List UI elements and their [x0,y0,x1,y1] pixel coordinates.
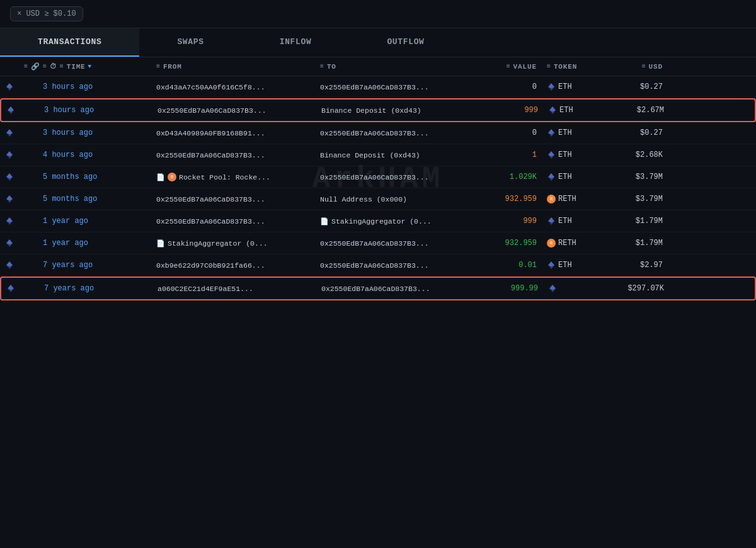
row-usd: $1.79M [605,239,668,248]
clock-icon: ⏱ [50,62,57,71]
row-to[interactable]: 0x2550EdB7aA06CaD837B3... [315,129,479,137]
row-token: ETH [542,217,605,225]
ethereum-icon [5,83,14,91]
reth-icon: R [547,239,556,248]
row-to[interactable]: Null Address (0x000) [315,195,479,203]
row-from[interactable]: 0xd43aA7c50AA0f616C5f8... [151,83,315,91]
from-address: 0x2550EdB7aA06CaD837B3... [156,195,265,203]
row-token: RRETH [542,239,605,248]
ethereum-icon [5,151,14,159]
eth-token-icon [548,284,557,293]
token-label: ETH [558,173,572,181]
col-to: ≡ TO [315,63,479,71]
row-value: 999 [480,106,543,115]
to-address: 0x2550EdB7aA06CaD837B3... [321,285,430,293]
eth-token-icon [547,173,556,181]
col-to-label: TO [327,63,336,71]
to-address: Binance Deposit (0xd43) [321,106,421,115]
row-to[interactable]: 0x2550EdB7aA06CaD837B3... [315,173,479,181]
tab-outflow[interactable]: OUTFLOW [349,28,462,57]
table-row[interactable]: 3 hours ago 0xd43aA7c50AA0f616C5f8... 0x… [0,76,756,98]
table-row[interactable]: 4 hours ago 0x2550EdB7aA06CaD837B3... Bi… [0,144,756,166]
table-row[interactable]: 7 years ago 0xb9e622d97C0bB921fa66... 0x… [0,254,756,277]
filter-icon-time2[interactable]: ≡ [60,63,64,70]
filter-icon-value[interactable]: ≡ [507,63,511,70]
col-link: ≡ 🔗 [19,62,38,71]
to-address: 0x2550EdB7aA06CaD837B3... [320,239,429,248]
table-row[interactable]: 7 years ago a060C2EC21d4EF9aE51... 0x255… [0,277,756,300]
from-address: a060C2EC21d4EF9aE51... [158,285,253,293]
row-value: 999.99 [480,284,543,293]
row-time: 4 hours ago [38,151,151,159]
row-from[interactable]: 📄RRocket Pool: Rocke... [151,173,315,181]
col-value-label: VALUE [513,63,537,71]
row-to[interactable]: 0x2550EdB7aA06CaD837B3... [315,83,479,91]
table-row[interactable]: 3 hours ago 0x2550EdB7aA06CaD837B3... Bi… [0,98,756,122]
to-address: 0x2550EdB7aA06CaD837B3... [320,173,429,181]
col-value: ≡ VALUE [479,63,542,71]
eth-token-icon [547,83,556,91]
from-address: 0x2550EdB7aA06CaD837B3... [156,217,265,225]
filter-icon-token[interactable]: ≡ [547,63,551,70]
row-token: ETH [542,128,605,137]
row-from[interactable]: 0x2550EdB7aA06CaD837B3... [152,106,316,115]
filter-tag[interactable]: × USD ≥ $0.10 [10,6,83,21]
col-token: ≡ TOKEN [542,63,605,71]
filter-bar: × USD ≥ $0.10 [0,0,756,28]
row-to[interactable]: Binance Deposit (0xd43) [316,106,480,115]
row-usd: $2.97 [605,261,668,270]
row-from[interactable]: 0x2550EdB7aA06CaD837B3... [151,195,315,203]
tab-inflow[interactable]: INFLOW [242,28,350,57]
row-time: 3 hours ago [38,128,151,137]
table-row[interactable]: 5 months ago 📄RRocket Pool: Rocke... 0x2… [0,166,756,188]
filter-icon-time[interactable]: ≡ [43,63,47,70]
row-from[interactable]: 📄StakingAggregator (0... [151,239,315,248]
ethereum-icon [5,128,14,137]
filter-label: × USD ≥ $0.10 [17,9,76,18]
eth-token-icon [548,106,557,115]
token-label: RETH [558,195,576,203]
filter-icon-from[interactable]: ≡ [156,63,161,70]
col-time: ≡ ⏱ ≡ TIME ▼ [38,62,151,71]
to-address: Binance Deposit (0xd43) [320,151,420,159]
ethereum-icon [6,106,15,115]
row-token: ETH [543,106,606,115]
row-from[interactable]: a060C2EC21d4EF9aE51... [152,285,316,293]
row-to[interactable]: 0x2550EdB7aA06CaD837B3... [315,239,479,248]
filter-icon-usd[interactable]: ≡ [642,63,646,70]
ethereum-icon [5,173,14,181]
row-token: RRETH [542,195,605,203]
row-from[interactable]: 0x2550EdB7aA06CaD837B3... [151,151,315,159]
row-time: 1 year ago [38,239,151,248]
to-address: 0x2550EdB7aA06CaD837B3... [320,129,429,137]
row-from[interactable]: 0xb9e622d97C0bB921fa66... [151,261,315,270]
filter-icon[interactable]: ≡ [24,63,28,70]
doc-icon-to: 📄 [320,217,329,225]
ethereum-icon [6,284,15,293]
col-from-label: FROM [163,63,182,71]
row-from[interactable]: 0x2550EdB7aA06CaD837B3... [151,217,315,225]
row-to[interactable]: Binance Deposit (0xd43) [315,151,479,159]
row-value: 1 [479,151,542,159]
row-time: 7 years ago [39,284,152,293]
filter-icon-to[interactable]: ≡ [320,63,324,70]
to-address: 0x2550EdB7aA06CaD837B3... [320,83,429,91]
row-from[interactable]: 0xD43A40989A0FB9168B91... [151,129,315,137]
row-to[interactable]: 0x2550EdB7aA06CaD837B3... [316,285,480,293]
row-time: 7 years ago [38,261,151,270]
row-token: ETH [542,261,605,270]
row-time: 3 hours ago [38,83,151,91]
row-usd: $1.79M [605,217,668,225]
sort-arrow[interactable]: ▼ [88,64,92,70]
table-row[interactable]: 1 year ago 📄StakingAggregator (0... 0x25… [0,232,756,254]
row-token: ETH [542,83,605,91]
tab-transactions[interactable]: TRANSACTIONS [0,28,139,57]
table-row[interactable]: 1 year ago 0x2550EdB7aA06CaD837B3... 📄St… [0,210,756,232]
table-row[interactable]: 5 months ago 0x2550EdB7aA06CaD837B3... N… [0,188,756,210]
row-to[interactable]: 0x2550EdB7aA06CaD837B3... [315,261,479,270]
row-value: 932.959 [479,239,542,248]
tab-swaps[interactable]: SWAPS [139,28,241,57]
row-to[interactable]: 📄StakingAggregator (0... [315,217,479,225]
table-row[interactable]: 3 hours ago 0xD43A40989A0FB9168B91... 0x… [0,122,756,144]
ethereum-icon [5,239,14,248]
